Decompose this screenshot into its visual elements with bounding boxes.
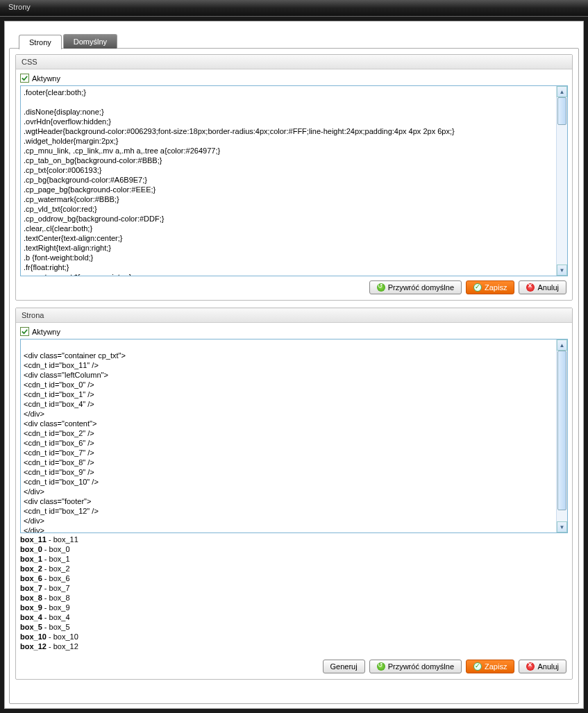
scroll-thumb[interactable]: [557, 351, 566, 510]
window-title: Strony: [8, 3, 31, 11]
box-list-item: box_12 - box_12: [20, 641, 568, 651]
ok-icon: [473, 662, 482, 671]
cancel-icon: [526, 283, 535, 292]
css-textarea[interactable]: .footer{clear:both;} .disNone{display:no…: [20, 85, 568, 276]
box-list-item: box_5 - box_5: [20, 622, 568, 632]
restore-icon: [377, 283, 385, 292]
box-list-item: box_1 - box_1: [20, 554, 568, 564]
restore-icon: [377, 662, 385, 671]
scroll-down-icon[interactable]: ▼: [557, 521, 567, 532]
app-window: Strony Strony Domyślny CSS Aktywny .fo: [0, 0, 588, 713]
box-list-item: box_11 - box_11: [20, 535, 568, 544]
strona-textarea[interactable]: <div class="container cp_txt"> <cdn_t id…: [20, 339, 568, 533]
css-active-checkbox[interactable]: [20, 74, 29, 83]
css-restore-button[interactable]: Przywróć domyślne: [369, 280, 462, 294]
generate-button[interactable]: Generuj: [323, 660, 365, 673]
css-cancel-button[interactable]: Anuluj: [519, 280, 566, 294]
box-list-item: box_4 - box_4: [20, 612, 568, 622]
strona-content: <div class="container cp_txt"> <cdn_t id…: [21, 339, 567, 532]
strona-active-checkbox[interactable]: [20, 327, 29, 336]
css-scrollbar[interactable]: ▲ ▼: [556, 86, 567, 276]
tab-content: CSS Aktywny .footer{clear:both;} .disNon…: [9, 48, 579, 704]
strona-active-label: Aktywny: [32, 328, 60, 336]
css-save-button[interactable]: Zapisz: [466, 280, 514, 294]
strona-restore-button[interactable]: Przywróć domyślne: [369, 660, 462, 673]
strona-cancel-button[interactable]: Anuluj: [519, 660, 566, 673]
box-list-item: box_0 - box_0: [20, 544, 568, 554]
strona-scrollbar[interactable]: ▲ ▼: [556, 339, 567, 532]
title-bar: [0, 0, 588, 17]
scroll-thumb[interactable]: [557, 97, 566, 125]
box-list-item: box_7 - box_7: [20, 583, 568, 593]
strona-fieldset: Strona Aktywny <div class="container cp_…: [15, 308, 573, 680]
css-header: CSS: [16, 55, 572, 69]
tab-strony[interactable]: Strony: [19, 35, 62, 49]
tab-bar: Strony Domyślny: [19, 34, 583, 49]
box-list: box_11 - box_11box_0 - box_0box_1 - box_…: [20, 533, 568, 655]
css-active-label: Aktywny: [32, 74, 60, 83]
box-list-item: box_10 - box_10: [20, 632, 568, 641]
tab-domyslny[interactable]: Domyślny: [63, 34, 117, 49]
box-list-item: box_9 - box_9: [20, 603, 568, 612]
box-list-item: box_2 - box_2: [20, 564, 568, 573]
scroll-down-icon[interactable]: ▼: [557, 265, 567, 276]
scroll-up-icon[interactable]: ▲: [557, 339, 567, 351]
css-content: .footer{clear:both;} .disNone{display:no…: [21, 86, 567, 276]
main-panel: Strony Domyślny CSS Aktywny .footer{clea…: [4, 21, 584, 709]
strona-save-button[interactable]: Zapisz: [466, 660, 514, 673]
scroll-up-icon[interactable]: ▲: [557, 86, 567, 97]
css-fieldset: CSS Aktywny .footer{clear:both;} .disNon…: [15, 54, 573, 301]
strona-header: Strona: [16, 308, 572, 323]
box-list-item: box_8 - box_8: [20, 593, 568, 603]
box-list-item: box_6 - box_6: [20, 573, 568, 583]
cancel-icon: [526, 662, 535, 671]
ok-icon: [473, 283, 482, 292]
